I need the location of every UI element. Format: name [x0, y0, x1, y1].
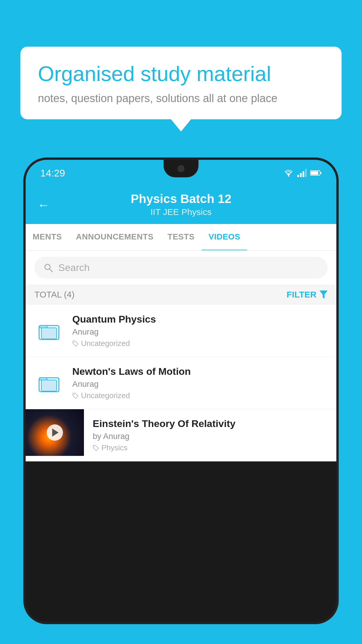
- back-button[interactable]: ←: [37, 198, 50, 212]
- tag-icon: [93, 445, 99, 451]
- status-icons: [283, 169, 322, 177]
- speech-bubble-title: Organised study material: [38, 61, 324, 86]
- status-time: 14:29: [40, 167, 65, 179]
- total-count: TOTAL (4): [34, 290, 75, 300]
- tab-ments[interactable]: MENTS: [26, 224, 69, 250]
- tabs-container: MENTS ANNOUNCEMENTS TESTS VIDEOS: [26, 224, 336, 251]
- filter-button[interactable]: FILTER: [287, 290, 328, 300]
- video-thumbnail: [26, 409, 84, 456]
- svg-rect-12: [41, 328, 57, 339]
- svg-rect-1: [297, 175, 299, 177]
- video-list: Quantum Physics Anurag Uncategorized: [26, 305, 336, 461]
- tab-announcements[interactable]: ANNOUNCEMENTS: [69, 224, 161, 250]
- svg-rect-15: [41, 380, 57, 391]
- video-author: Anurag: [72, 327, 328, 337]
- svg-point-0: [288, 175, 289, 177]
- header-subtitle: IIT JEE Physics: [37, 207, 325, 217]
- video-info: Quantum Physics Anurag Uncategorized: [72, 314, 328, 348]
- video-title: Quantum Physics: [72, 314, 328, 325]
- video-title: Einstein's Theory Of Relativity: [93, 418, 328, 429]
- svg-point-17: [94, 446, 95, 447]
- video-info: Newton's Laws of Motion Anurag Uncategor…: [72, 366, 328, 400]
- search-container: Search: [26, 251, 336, 284]
- play-button[interactable]: [47, 424, 63, 441]
- folder-icon: [34, 316, 64, 345]
- camera-dot: [178, 165, 184, 172]
- svg-rect-7: [320, 172, 321, 174]
- search-bar[interactable]: Search: [34, 257, 328, 279]
- video-info: Einstein's Theory Of Relativity by Anura…: [84, 409, 336, 461]
- filter-row: TOTAL (4) FILTER: [26, 284, 336, 305]
- notch: [164, 160, 198, 177]
- list-item[interactable]: Newton's Laws of Motion Anurag Uncategor…: [26, 357, 336, 409]
- speech-bubble: Organised study material notes, question…: [20, 47, 342, 119]
- svg-rect-3: [303, 171, 304, 177]
- video-author: by Anurag: [93, 432, 328, 441]
- battery-icon: [310, 170, 322, 176]
- svg-point-13: [74, 342, 75, 342]
- tag-icon: [72, 393, 79, 399]
- signal-icon: [297, 169, 307, 177]
- search-input[interactable]: Search: [58, 262, 90, 273]
- header-title: Physics Batch 12: [37, 192, 325, 206]
- svg-rect-6: [311, 171, 318, 175]
- tab-videos[interactable]: VIDEOS: [202, 224, 247, 251]
- folder-icon: [34, 368, 64, 398]
- play-triangle-icon: [52, 428, 59, 437]
- speech-bubble-container: Organised study material notes, question…: [20, 47, 342, 119]
- list-item[interactable]: Quantum Physics Anurag Uncategorized: [26, 305, 336, 357]
- svg-rect-4: [305, 169, 307, 177]
- video-author: Anurag: [72, 379, 328, 389]
- svg-marker-10: [319, 290, 328, 299]
- video-tag: Physics: [93, 443, 328, 452]
- tab-tests[interactable]: TESTS: [161, 224, 202, 250]
- svg-rect-2: [300, 173, 302, 177]
- svg-line-9: [50, 269, 52, 272]
- filter-icon: [319, 290, 328, 299]
- wifi-icon: [283, 169, 294, 177]
- video-tag: Uncategorized: [72, 339, 328, 348]
- app-header: ← Physics Batch 12 IIT JEE Physics: [26, 186, 336, 224]
- phone: 14:29: [23, 158, 339, 624]
- status-bar: 14:29: [26, 160, 336, 186]
- phone-container: 14:29: [23, 158, 339, 644]
- speech-bubble-subtitle: notes, question papers, solutions all at…: [38, 92, 324, 105]
- svg-point-16: [74, 394, 75, 395]
- tag-icon: [72, 340, 79, 347]
- video-tag: Uncategorized: [72, 391, 328, 400]
- search-icon: [43, 262, 54, 273]
- list-item[interactable]: Einstein's Theory Of Relativity by Anura…: [26, 409, 336, 461]
- video-title: Newton's Laws of Motion: [72, 366, 328, 377]
